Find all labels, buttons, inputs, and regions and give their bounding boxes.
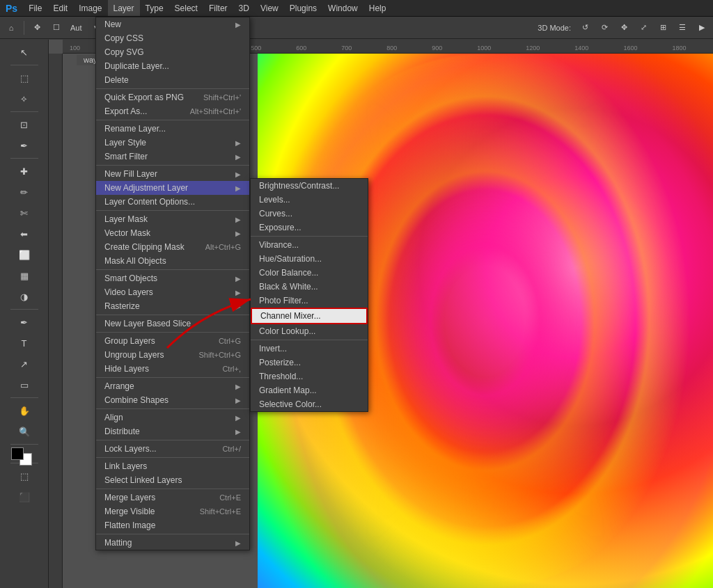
submenu-item-selective-color---[interactable]: Selective Color... <box>251 397 368 411</box>
submenu-item-photo-filter---[interactable]: Photo Filter... <box>251 294 368 308</box>
menu-item-group-layers[interactable]: Group LayersCtrl+G <box>96 334 249 348</box>
gradient-tool[interactable]: ▦ <box>15 266 34 285</box>
menu-item-flatten-image[interactable]: Flatten Image <box>96 518 249 532</box>
menu-3d[interactable]: 3D <box>233 0 255 16</box>
menu-item-select-linked-layers[interactable]: Select Linked Layers <box>96 473 249 487</box>
zoom-tool[interactable]: 🔍 <box>15 422 34 441</box>
3d-scale-btn[interactable]: ⊞ <box>655 19 671 36</box>
eyedropper-tool[interactable]: ✒ <box>15 136 34 155</box>
submenu-item-brightness-contrast---[interactable]: Brightness/Contrast... <box>251 179 368 193</box>
menu-item-hide-layers[interactable]: Hide LayersCtrl+, <box>96 362 249 376</box>
text-tool[interactable]: T <box>15 333 34 353</box>
pen-tool[interactable]: ✒ <box>15 312 34 332</box>
dodge-tool[interactable]: ◑ <box>15 287 34 306</box>
clone-tool[interactable]: ✄ <box>15 203 34 223</box>
menu-separator <box>96 332 249 333</box>
foreground-color[interactable] <box>11 447 24 460</box>
history-brush[interactable]: ⬅ <box>15 224 34 244</box>
video-btn[interactable]: ▶ <box>694 19 710 36</box>
submenu-item-threshold---[interactable]: Threshold... <box>251 370 368 383</box>
submenu-item-curves---[interactable]: Curves... <box>251 207 368 221</box>
shape-tool[interactable]: ▭ <box>15 375 34 395</box>
menu-help[interactable]: Help <box>363 0 392 16</box>
menu-item-layer-style[interactable]: Layer Style▶ <box>96 136 249 150</box>
3d-slide-btn[interactable]: ⤢ <box>635 19 652 36</box>
menu-item-rename-layer---[interactable]: Rename Layer... <box>96 122 249 136</box>
menu-item-export-as---[interactable]: Export As...Alt+Shift+Ctrl+' <box>96 104 249 118</box>
submenu-item-color-lookup---[interactable]: Color Lookup... <box>251 324 368 338</box>
menu-item-layer-mask[interactable]: Layer Mask▶ <box>96 212 249 226</box>
brush-tool[interactable]: ✏ <box>15 182 34 202</box>
submenu-item-posterize---[interactable]: Posterize... <box>251 356 368 370</box>
submenu-item-color-balance---[interactable]: Color Balance... <box>251 266 368 280</box>
submenu-arrow-icon: ▶ <box>235 21 241 29</box>
menu-item-matting[interactable]: Matting▶ <box>96 536 249 550</box>
menu-item-video-layers[interactable]: Video Layers▶ <box>96 285 249 299</box>
screen-mode-btn[interactable]: ⬛ <box>15 487 34 507</box>
move-tool-btn[interactable]: ✥ <box>29 19 45 36</box>
submenu-item-channel-mixer---[interactable]: Channel Mixer... <box>251 308 368 324</box>
menu-item-layer-content-options---[interactable]: Layer Content Options... <box>96 195 249 209</box>
tools-panel: ↖ ⬚ ⟡ ⊡ ✒ ✚ ✏ ✄ ⬅ ⬜ ▦ ◑ ✒ T ↗ ▭ ✋ 🔍 ⬚ ⬛ <box>0 40 49 588</box>
menu-item-copy-css[interactable]: Copy CSS <box>96 31 249 45</box>
lasso-tool[interactable]: ⟡ <box>15 89 34 109</box>
3d-rotate-btn[interactable]: ↺ <box>577 19 593 36</box>
submenu-item-exposure---[interactable]: Exposure... <box>251 221 368 235</box>
hand-tool[interactable]: ✋ <box>15 401 34 420</box>
menu-window[interactable]: Window <box>322 0 363 16</box>
3d-extra-btn[interactable]: ☰ <box>674 19 691 36</box>
menu-item-duplicate-layer---[interactable]: Duplicate Layer... <box>96 59 249 73</box>
menu-item-create-clipping-mask[interactable]: Create Clipping MaskAlt+Ctrl+G <box>96 240 249 254</box>
menu-item-combine-shapes[interactable]: Combine Shapes▶ <box>96 393 249 407</box>
menu-edit[interactable]: Edit <box>47 0 73 16</box>
submenu-item-vibrance---[interactable]: Vibrance... <box>251 238 368 252</box>
menu-item-quick-export-as-png[interactable]: Quick Export as PNGShift+Ctrl+' <box>96 90 249 104</box>
home-btn[interactable]: ⌂ <box>3 19 19 36</box>
menu-item-rasterize[interactable]: Rasterize▶ <box>96 299 249 313</box>
path-select-tool[interactable]: ↗ <box>15 354 34 374</box>
menu-item-shortcut: Ctrl+G <box>219 337 241 345</box>
crop-tool[interactable]: ⊡ <box>15 115 34 134</box>
menu-item-ungroup-layers[interactable]: Ungroup LayersShift+Ctrl+G <box>96 348 249 362</box>
auto-select-btn[interactable]: ☐ <box>48 19 65 36</box>
menu-select[interactable]: Select <box>169 0 203 16</box>
move-tool[interactable]: ↖ <box>15 42 34 62</box>
menu-image[interactable]: Image <box>73 0 107 16</box>
menu-plugins[interactable]: Plugins <box>284 0 322 16</box>
menu-view[interactable]: View <box>255 0 284 16</box>
menu-file[interactable]: File <box>23 0 47 16</box>
quick-mask-btn[interactable]: ⬚ <box>15 466 34 486</box>
menu-item-smart-filter[interactable]: Smart Filter▶ <box>96 150 249 164</box>
menu-layer[interactable]: Layer <box>108 0 140 16</box>
menu-item-new[interactable]: New▶ <box>96 17 249 31</box>
menu-item-delete[interactable]: Delete <box>96 73 249 87</box>
submenu-item-invert---[interactable]: Invert... <box>251 342 368 356</box>
menu-item-mask-all-objects[interactable]: Mask All Objects <box>96 254 249 268</box>
menu-item-merge-visible[interactable]: Merge VisibleShift+Ctrl+E <box>96 504 249 518</box>
menu-item-lock-layers---[interactable]: Lock Layers...Ctrl+/ <box>96 442 249 456</box>
menu-item-new-adjustment-layer[interactable]: New Adjustment Layer▶ <box>96 181 249 195</box>
3d-pan-btn[interactable]: ✥ <box>616 19 632 36</box>
menu-item-label: New Layer Based Slice <box>104 319 191 328</box>
rect-select-tool[interactable]: ⬚ <box>15 68 34 88</box>
menu-item-arrange[interactable]: Arrange▶ <box>96 379 249 393</box>
menu-item-new-layer-based-slice[interactable]: New Layer Based Slice <box>96 317 249 331</box>
menu-item-merge-layers[interactable]: Merge LayersCtrl+E <box>96 491 249 504</box>
tool-separator-3 <box>10 158 38 159</box>
3d-roll-btn[interactable]: ⟳ <box>596 19 613 36</box>
menu-item-distribute[interactable]: Distribute▶ <box>96 424 249 438</box>
eraser-tool[interactable]: ⬜ <box>15 245 34 264</box>
submenu-item-black---white---[interactable]: Black & White... <box>251 280 368 294</box>
submenu-item-levels---[interactable]: Levels... <box>251 193 368 207</box>
submenu-item-hue-saturation---[interactable]: Hue/Saturation... <box>251 252 368 266</box>
menu-item-link-layers[interactable]: Link Layers <box>96 459 249 473</box>
menu-item-vector-mask[interactable]: Vector Mask▶ <box>96 226 249 240</box>
healing-tool[interactable]: ✚ <box>15 161 34 181</box>
menu-item-smart-objects[interactable]: Smart Objects▶ <box>96 271 249 285</box>
menu-item-align[interactable]: Align▶ <box>96 411 249 424</box>
menu-item-new-fill-layer[interactable]: New Fill Layer▶ <box>96 167 249 181</box>
menu-filter[interactable]: Filter <box>203 0 233 16</box>
menu-type[interactable]: Type <box>140 0 169 16</box>
menu-item-copy-svg[interactable]: Copy SVG <box>96 45 249 59</box>
submenu-item-gradient-map---[interactable]: Gradient Map... <box>251 383 368 397</box>
